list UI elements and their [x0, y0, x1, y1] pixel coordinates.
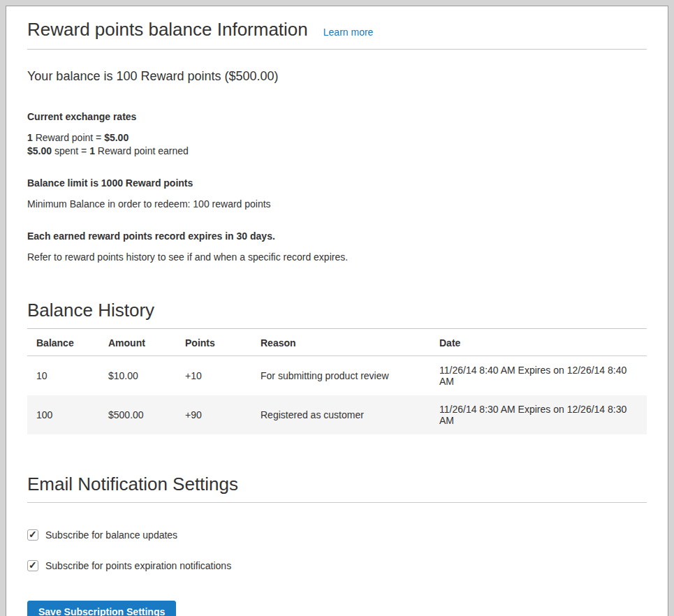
exchange-rates-lines: 1 Reward point = $5.00 $5.00 spent = 1 R… — [27, 131, 647, 158]
rate1-value: $5.00 — [104, 132, 129, 143]
exchange-rates-title: Current exchange rates — [27, 111, 647, 122]
table-row: 10 $10.00 +10 For submitting product rev… — [27, 356, 647, 396]
learn-more-link[interactable]: Learn more — [323, 27, 374, 38]
balance-history-heading: Balance History — [27, 300, 647, 329]
table-header: Balance Amount Points Reason Date — [27, 329, 647, 356]
exchange-rate-line2: $5.00 spent = 1 Reward point earned — [27, 145, 647, 158]
subscribe-expiration-notifications-label: Subscribe for points expiration notifica… — [45, 560, 231, 571]
save-subscription-settings-button[interactable]: Save Subscription Settings — [27, 601, 176, 616]
reward-points-panel: Reward points balance Information Learn … — [6, 6, 668, 616]
subscribe-balance-updates-label: Subscribe for balance updates — [45, 529, 177, 541]
exchange-rate-line1: 1 Reward point = $5.00 — [27, 131, 647, 145]
table-body: 10 $10.00 +10 For submitting product rev… — [27, 356, 647, 435]
cell-balance: 100 — [27, 395, 101, 434]
cell-balance: 10 — [27, 356, 101, 396]
expiration-title: Each earned reward points record expires… — [27, 230, 647, 242]
table-header-row: Balance Amount Points Reason Date — [27, 329, 647, 356]
cell-date: 11/26/14 8:40 AM Expires on 12/26/14 8:4… — [432, 356, 647, 396]
balance-limit-title: Balance limit is 1000 Reward points — [27, 177, 647, 189]
cell-amount: $10.00 — [101, 356, 178, 396]
cell-date: 11/26/14 8:30 AM Expires on 12/26/14 8:3… — [432, 395, 647, 434]
rate1-text: Reward point = — [33, 132, 104, 143]
rate2-value: $5.00 — [27, 145, 52, 156]
subscribe-expiration-notifications-checkbox[interactable] — [27, 560, 38, 571]
cell-reason: Registered as customer — [254, 395, 432, 434]
balance-history-table: Balance Amount Points Reason Date 10 $10… — [27, 329, 647, 434]
column-header-reason: Reason — [254, 329, 432, 356]
column-header-date: Date — [432, 329, 647, 356]
column-header-amount: Amount — [101, 329, 178, 356]
subscribe-balance-updates-checkbox[interactable] — [27, 529, 38, 541]
expiration-note: Refer to reward points history to see if… — [27, 251, 647, 263]
cell-points: +90 — [178, 395, 254, 434]
cell-points: +10 — [178, 356, 254, 396]
subscribe-balance-updates-row[interactable]: Subscribe for balance updates — [27, 529, 647, 541]
panel-header: Reward points balance Information Learn … — [27, 19, 647, 50]
subscribe-expiration-notifications-row[interactable]: Subscribe for points expiration notifica… — [27, 560, 647, 571]
balance-summary: Your balance is 100 Reward points ($500.… — [27, 69, 647, 84]
column-header-balance: Balance — [27, 329, 101, 356]
minimum-redeem-note: Minimum Balance in order to redeem: 100 … — [27, 198, 647, 210]
rate1-points: 1 — [27, 132, 33, 143]
page-title: Reward points balance Information — [27, 19, 308, 41]
table-row: 100 $500.00 +90 Registered as customer 1… — [27, 395, 647, 434]
email-settings-heading: Email Notification Settings — [27, 474, 647, 503]
rate2-points: 1 — [89, 145, 95, 156]
rate2-text2: Reward point earned — [95, 145, 189, 156]
cell-reason: For submitting product review — [254, 356, 432, 396]
column-header-points: Points — [178, 329, 254, 356]
rate2-text1: spent = — [52, 145, 89, 156]
cell-amount: $500.00 — [101, 395, 178, 434]
